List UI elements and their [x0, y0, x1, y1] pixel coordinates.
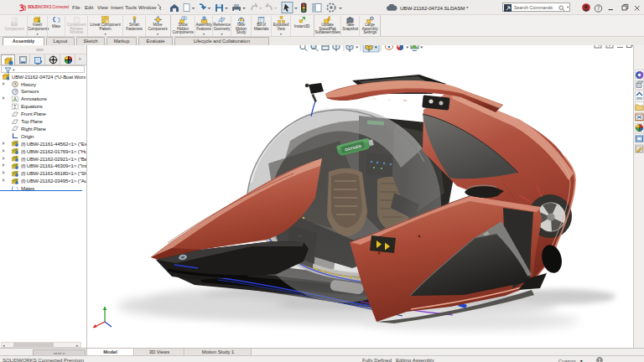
svg-text:Σ: Σ — [13, 104, 17, 110]
svg-text:A: A — [13, 96, 18, 102]
svg-text:?: ? — [597, 5, 600, 11]
